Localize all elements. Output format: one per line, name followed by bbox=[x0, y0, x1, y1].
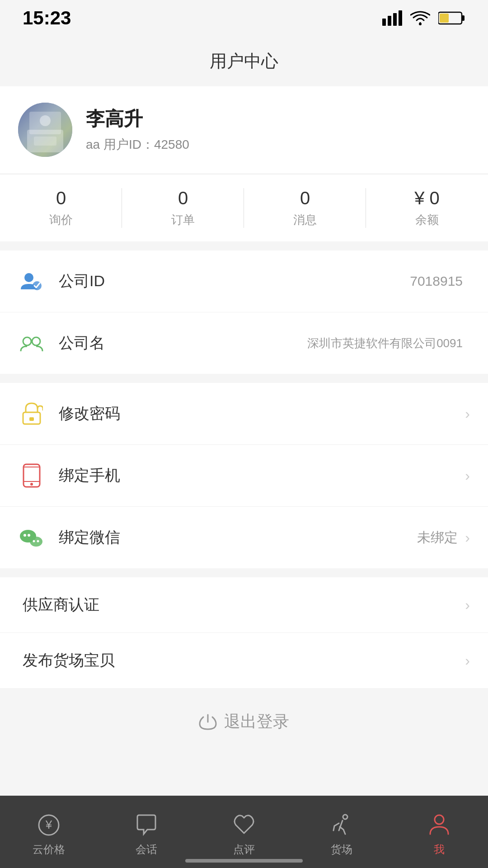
nav-chat[interactable]: 会话 bbox=[98, 807, 195, 857]
logout-button[interactable]: 退出登录 bbox=[199, 711, 289, 733]
run-icon bbox=[328, 811, 355, 839]
publish-goods-item[interactable]: 发布货场宝贝 › bbox=[0, 633, 488, 688]
nav-market[interactable]: 货场 bbox=[293, 807, 390, 857]
company-section: 公司ID 7018915 公司名 深圳市英捷软件有限公司0091 bbox=[0, 250, 488, 374]
action-section: 供应商认证 › 发布货场宝贝 › bbox=[0, 577, 488, 688]
company-name-item[interactable]: 公司名 深圳市英捷软件有限公司0091 bbox=[0, 312, 488, 374]
chevron-right-icon: › bbox=[465, 406, 470, 422]
header: 用户中心 bbox=[0, 36, 488, 86]
svg-rect-3 bbox=[399, 10, 402, 26]
phone-icon bbox=[18, 462, 45, 489]
svg-point-14 bbox=[32, 337, 40, 345]
supplier-cert-label: 供应商认证 bbox=[18, 594, 465, 615]
logout-label: 退出登录 bbox=[224, 711, 289, 733]
person-icon bbox=[426, 811, 453, 839]
nav-review-label: 点评 bbox=[233, 842, 255, 857]
stat-message[interactable]: 0 消息 bbox=[244, 175, 366, 241]
svg-rect-1 bbox=[388, 16, 391, 26]
settings-section: 修改密码 › 绑定手机 › 绑定微信 未绑定 › bbox=[0, 383, 488, 568]
profile-id: aa 用户ID：42580 bbox=[86, 136, 189, 153]
nav-review[interactable]: 点评 bbox=[195, 807, 293, 857]
bind-wechat-item[interactable]: 绑定微信 未绑定 › bbox=[0, 507, 488, 568]
chat-icon bbox=[133, 811, 160, 839]
nav-yunjiage-label: 云价格 bbox=[33, 842, 65, 857]
svg-point-25 bbox=[33, 540, 35, 542]
avatar bbox=[18, 103, 72, 157]
stat-balance[interactable]: ¥ 0 余额 bbox=[366, 175, 488, 241]
nav-chat-label: 会话 bbox=[136, 842, 157, 857]
signal-icon bbox=[382, 10, 402, 26]
nav-me[interactable]: 我 bbox=[390, 807, 488, 857]
svg-point-26 bbox=[37, 540, 39, 542]
heart-icon bbox=[230, 811, 258, 839]
wifi-icon bbox=[410, 10, 430, 26]
svg-rect-7 bbox=[440, 14, 449, 23]
wechat-status: 未绑定 bbox=[417, 528, 458, 547]
logout-section: 退出登录 bbox=[0, 688, 488, 746]
nav-me-label: 我 bbox=[434, 842, 445, 857]
user-verified-icon bbox=[18, 268, 45, 295]
company-name-value: 深圳市英捷软件有限公司0091 bbox=[307, 335, 463, 351]
profile-section: 李高升 aa 用户ID：42580 bbox=[0, 86, 488, 173]
svg-rect-6 bbox=[462, 15, 465, 21]
company-id-item[interactable]: 公司ID 7018915 bbox=[0, 250, 488, 312]
stat-inquiry-label: 询价 bbox=[0, 212, 122, 228]
bottom-nav: ¥ 云价格 会话 点评 货场 bbox=[0, 796, 488, 868]
wechat-icon bbox=[18, 524, 45, 551]
company-name-label: 公司名 bbox=[59, 333, 307, 354]
company-id-value: 7018915 bbox=[410, 274, 463, 289]
status-bar: 15:23 bbox=[0, 0, 488, 36]
status-time: 15:23 bbox=[23, 7, 71, 29]
svg-rect-2 bbox=[393, 13, 397, 26]
svg-point-29 bbox=[343, 815, 347, 819]
svg-rect-16 bbox=[29, 417, 34, 421]
page-title: 用户中心 bbox=[210, 52, 278, 71]
stat-order[interactable]: 0 订单 bbox=[122, 175, 244, 241]
chevron-right-icon: › bbox=[465, 467, 470, 484]
change-password-item[interactable]: 修改密码 › bbox=[0, 383, 488, 445]
stat-inquiry-value: 0 bbox=[0, 188, 122, 208]
status-icons bbox=[382, 10, 465, 26]
nav-market-label: 货场 bbox=[331, 842, 352, 857]
publish-goods-label: 发布货场宝贝 bbox=[18, 650, 465, 671]
svg-point-23 bbox=[28, 534, 30, 537]
stat-order-value: 0 bbox=[122, 188, 244, 208]
svg-point-11 bbox=[24, 273, 33, 282]
profile-name: 李高升 bbox=[86, 106, 189, 132]
svg-point-18 bbox=[30, 483, 33, 486]
svg-point-10 bbox=[40, 115, 51, 126]
svg-rect-9 bbox=[34, 137, 56, 146]
stat-inquiry[interactable]: 0 询价 bbox=[0, 175, 122, 241]
battery-icon bbox=[438, 11, 465, 25]
stat-balance-label: 余额 bbox=[366, 212, 488, 228]
home-indicator bbox=[185, 859, 303, 863]
chevron-right-icon: › bbox=[465, 529, 470, 546]
svg-point-13 bbox=[23, 337, 31, 345]
svg-rect-0 bbox=[382, 19, 386, 26]
svg-point-24 bbox=[30, 537, 42, 547]
supplier-cert-item[interactable]: 供应商认证 › bbox=[0, 577, 488, 633]
bind-phone-item[interactable]: 绑定手机 › bbox=[0, 445, 488, 507]
yuan-icon: ¥ bbox=[35, 811, 62, 839]
svg-point-4 bbox=[419, 23, 422, 25]
svg-text:¥: ¥ bbox=[45, 818, 52, 831]
bind-wechat-label: 绑定微信 bbox=[59, 527, 417, 548]
stat-balance-value: ¥ 0 bbox=[366, 188, 488, 208]
change-password-label: 修改密码 bbox=[59, 403, 465, 424]
chevron-right-icon: › bbox=[465, 652, 470, 669]
bind-phone-label: 绑定手机 bbox=[59, 465, 465, 486]
company-id-label: 公司ID bbox=[59, 271, 410, 292]
stat-message-label: 消息 bbox=[244, 212, 366, 228]
chevron-right-icon: › bbox=[465, 597, 470, 613]
stat-message-value: 0 bbox=[244, 188, 366, 208]
stat-order-label: 订单 bbox=[122, 212, 244, 228]
avatar-image bbox=[25, 112, 66, 148]
stats-bar: 0 询价 0 订单 0 消息 ¥ 0 余额 bbox=[0, 174, 488, 241]
company-icon bbox=[18, 330, 45, 357]
nav-yunjiage[interactable]: ¥ 云价格 bbox=[0, 807, 98, 857]
svg-point-22 bbox=[23, 534, 26, 537]
svg-point-30 bbox=[435, 815, 444, 824]
lock-icon bbox=[18, 400, 45, 427]
power-icon bbox=[199, 713, 217, 731]
profile-info: 李高升 aa 用户ID：42580 bbox=[86, 106, 189, 153]
